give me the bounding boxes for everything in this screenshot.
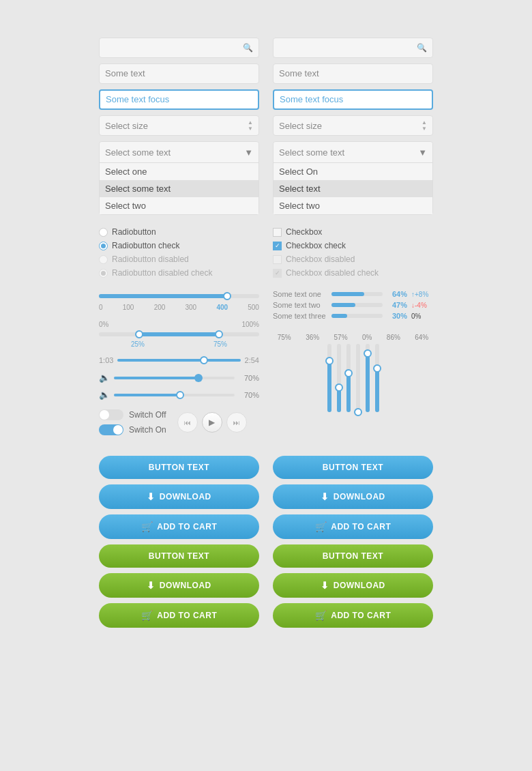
time-thumb[interactable] [200,356,208,364]
vol-thumb-2[interactable] [176,391,184,399]
text-input-left[interactable]: Some text [99,63,259,84]
download-green-right[interactable]: ⬇ DOWNLOAD [273,573,433,598]
progress-bar-2 [331,303,383,307]
slider-fill [99,294,227,298]
switch-off-row[interactable]: Switch Off [99,409,166,420]
slider-thumb[interactable] [223,292,231,300]
vert-slider-2[interactable] [337,344,341,412]
vertical-sliders-section: 75% 36% 57% 0% 86% 64% [273,334,433,412]
dual-slider[interactable]: 0% 100% 25% 75% [99,321,259,348]
switch-on-row[interactable]: Switch On [99,424,166,435]
volume-slider-2[interactable]: 🔈 70% [99,390,259,400]
vert-slider-3[interactable] [346,344,351,412]
spinner-left: ▲▼ [248,119,253,132]
radio-inner-disabled [101,271,106,276]
play-button[interactable]: ▶ [202,412,222,433]
download-icon-left-1: ⬇ [147,491,156,502]
button-text-green-right[interactable]: BUTTON TEXT [273,544,433,568]
switch-knob-off [100,410,109,420]
spinner-right: ▲▼ [422,119,427,132]
radio-circle-disabled [99,255,108,264]
checkbox-normal[interactable]: Checkbox [273,227,433,237]
vert-slider-1[interactable] [327,344,331,412]
time-slider[interactable]: 1:03 2:54 [99,356,259,364]
add-to-cart-blue-right[interactable]: 🛒 ADD TO CART [273,514,433,539]
button-text-blue-left[interactable]: BUTTON TEXT [99,456,259,479]
add-to-cart-blue-left[interactable]: 🛒 ADD TO CART [99,514,259,539]
vert-slider-6[interactable] [375,344,379,412]
dropdown-option-2-right[interactable]: Select text [274,180,432,197]
slider-labels: 0 100 200 300 400 500 [99,304,259,311]
radio-circle-checked [99,242,108,250]
dropdown-option-3-right[interactable]: Select two [274,197,432,214]
checkbox-disabled-checked: ✓ Checkbox disabled check [273,268,433,278]
search-field-left[interactable]: Search [105,43,243,53]
switch-off[interactable] [99,409,123,420]
time-slider-track [117,359,240,362]
volume-icon-2: 🔈 [99,390,110,400]
button-text-blue-right[interactable]: BUTTON TEXT [273,456,433,479]
checkbox-sq-disabled [273,255,282,264]
text-input-right[interactable]: Some text [273,63,433,84]
checkbox-group: Checkbox ✓ Checkbox check Checkbox disab… [273,227,433,278]
media-controls: ⏮ ▶ ⏭ [177,412,247,433]
radio-circle-disabled-checked [99,269,108,278]
dropdown-left[interactable]: Select some text ▼ Select one Select som… [99,141,259,215]
vol-track-1 [114,377,235,379]
dropdown-options-right: Select On Select text Select two [274,162,432,214]
slider-track [99,294,259,298]
radio-checked[interactable]: Radiobutton check [99,241,259,250]
radio-disabled-checked: Radiobutton disabled check [99,268,259,278]
radio-normal[interactable]: Radiobutton [99,227,259,237]
cart-icon-right-2: 🛒 [315,610,327,621]
vert-slider-5[interactable] [366,344,370,412]
cart-icon-left-2: 🛒 [141,610,153,621]
vol-thumb-1[interactable] [194,374,203,382]
cart-icon-left-1: 🛒 [141,521,153,532]
cart-icon-right-1: 🛒 [315,521,327,532]
next-button[interactable]: ⏭ [226,412,247,433]
dropdown-right[interactable]: Select some text ▼ Select On Select text… [273,141,433,215]
dual-thumb-left[interactable] [135,330,143,338]
range-slider[interactable]: 0 100 200 300 400 500 [99,290,259,311]
radio-inner-checked [101,244,106,248]
dropdown-option-1-right[interactable]: Select On [274,163,432,180]
dropdown-header-left[interactable]: Select some text ▼ [100,142,258,162]
switch-knob-on [113,425,123,435]
volume-slider-1[interactable]: 🔈 70% [99,373,259,383]
download-icon-right-2: ⬇ [321,580,329,591]
progress-row-1: Some text one 64% ↑+8% [273,290,433,298]
add-to-cart-green-right[interactable]: 🛒 ADD TO CART [273,603,433,628]
download-icon-left-2: ⬇ [147,580,156,591]
search-field-right[interactable]: Search [279,43,417,53]
button-text-green-left[interactable]: BUTTON TEXT [99,544,259,568]
switch-group: Switch Off Switch On [99,409,166,435]
prev-button[interactable]: ⏮ [177,412,198,433]
focus-input-left[interactable]: Some text focus [99,89,259,110]
dropdown-option-1-left[interactable]: Select one [100,163,258,180]
dual-thumb-right[interactable] [215,330,223,338]
focus-input-right[interactable]: Some text focus [273,89,433,110]
download-blue-right[interactable]: ⬇ DOWNLOAD [273,484,433,509]
dropdown-header-right[interactable]: Select some text ▼ [274,142,432,162]
vert-sliders [273,344,433,412]
add-to-cart-green-left[interactable]: 🛒 ADD TO CART [99,603,259,628]
select-size-left[interactable]: Select size ▲▼ [99,115,259,136]
search-input-right[interactable]: Search 🔍 [273,38,433,58]
left-button-group: BUTTON TEXT ⬇ DOWNLOAD 🛒 ADD TO CART BUT… [99,456,259,628]
download-icon-right-1: ⬇ [321,491,329,502]
dropdown-arrow-right: ▼ [418,147,427,158]
select-size-right[interactable]: Select size ▲▼ [273,115,433,136]
dropdown-option-3-left[interactable]: Select two [100,197,258,214]
download-blue-left[interactable]: ⬇ DOWNLOAD [99,484,259,509]
switch-on[interactable] [99,424,123,435]
vert-slider-4[interactable] [356,344,360,412]
checkbox-checked[interactable]: ✓ Checkbox check [273,241,433,250]
download-green-left[interactable]: ⬇ DOWNLOAD [99,573,259,598]
dropdown-options-left: Select one Select some text Select two [100,162,258,214]
search-input-left[interactable]: Search 🔍 [99,38,259,58]
search-icon-left: 🔍 [243,43,253,53]
dropdown-option-2-left[interactable]: Select some text [100,180,258,197]
checkbox-sq-checked: ✓ [273,242,282,250]
dropdown-arrow-left: ▼ [244,147,253,158]
